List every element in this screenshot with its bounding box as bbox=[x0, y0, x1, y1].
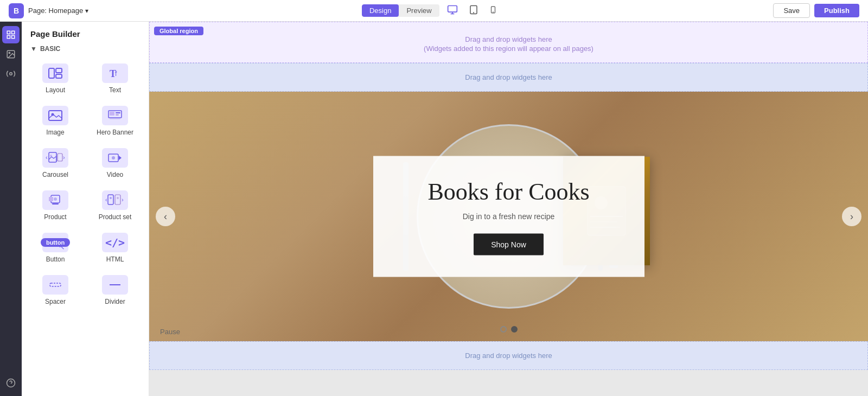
topbar-left: B Page: Homepage ▾ bbox=[9, 3, 88, 18]
html-label: HTML bbox=[106, 256, 124, 263]
svg-rect-0 bbox=[448, 5, 457, 12]
video-label: Video bbox=[107, 171, 123, 178]
layout-label: Layout bbox=[46, 86, 65, 94]
hero-title: Books for Cooks bbox=[417, 178, 601, 206]
html-icon: </> bbox=[102, 233, 128, 252]
svg-rect-41 bbox=[108, 195, 113, 205]
hero-cta-button[interactable]: Shop Now bbox=[474, 234, 544, 256]
mobile-view-button[interactable] bbox=[486, 2, 500, 20]
carousel-indicator-1[interactable] bbox=[500, 326, 507, 333]
bottom-drop-zone[interactable]: Drag and drop widgets here bbox=[149, 341, 868, 370]
hero-overlay: Books for Cooks Dig in to a fresh new re… bbox=[373, 156, 644, 277]
main-layout: Page Builder ▼ BASIC Layout Tf Text bbox=[0, 22, 868, 396]
global-region-badge: Global region bbox=[154, 27, 203, 35]
widget-button[interactable]: button ↖ Button bbox=[26, 226, 85, 267]
sidebar-icon-pages[interactable] bbox=[2, 26, 20, 43]
svg-rect-16 bbox=[49, 68, 54, 78]
carousel-pause-label[interactable]: Pause bbox=[160, 328, 180, 336]
svg-rect-25 bbox=[116, 112, 120, 113]
carousel-icon: ‹› bbox=[42, 148, 68, 168]
svg-rect-21 bbox=[49, 111, 62, 120]
spacer-icon bbox=[42, 275, 68, 295]
sidebar-icon-theme[interactable] bbox=[2, 65, 20, 82]
carousel-label: Carousel bbox=[42, 171, 68, 178]
preview-tab[interactable]: Preview bbox=[399, 4, 439, 17]
svg-point-38 bbox=[54, 197, 57, 201]
global-region: Global region Drag and drop widgets here… bbox=[149, 22, 868, 63]
carousel-indicators bbox=[500, 326, 518, 333]
collapse-icon: ▼ bbox=[30, 45, 37, 53]
layout-icon bbox=[42, 63, 68, 83]
svg-rect-18 bbox=[56, 74, 62, 78]
svg-point-35 bbox=[112, 156, 115, 159]
button-label: Button bbox=[46, 256, 65, 263]
svg-text:f: f bbox=[115, 70, 117, 78]
widget-carousel[interactable]: ‹› Carousel bbox=[26, 142, 85, 183]
svg-marker-34 bbox=[119, 156, 122, 160]
button-preview: button bbox=[41, 238, 70, 247]
basic-section-header[interactable]: ▼ BASIC bbox=[22, 43, 149, 57]
widget-spacer[interactable]: Spacer bbox=[26, 269, 85, 310]
publish-button[interactable]: Publish bbox=[814, 4, 859, 17]
topbar: B Page: Homepage ▾ Design Preview Save P… bbox=[0, 0, 868, 22]
design-tab[interactable]: Design bbox=[362, 4, 399, 17]
page-builder-title: Page Builder bbox=[22, 22, 149, 43]
hero-carousel-section: Books for Cooks Dig in to a fresh new re… bbox=[149, 92, 868, 341]
cursor-icon: ↖ bbox=[59, 242, 65, 251]
topbar-right: Save Publish bbox=[773, 3, 859, 18]
image-icon bbox=[42, 106, 68, 125]
divider-label: Divider bbox=[105, 298, 125, 305]
sidebar-icon-help[interactable] bbox=[2, 374, 20, 392]
canvas: ▲ Global region Drag and drop widgets he… bbox=[149, 22, 868, 396]
page-selector[interactable]: Page: Homepage ▾ bbox=[28, 7, 88, 15]
widget-hero-banner[interactable]: Hero Banner bbox=[86, 99, 144, 140]
svg-point-30 bbox=[50, 155, 52, 157]
widget-product-set[interactable]: ‹› Product set bbox=[86, 184, 144, 225]
html-code-icon: </> bbox=[105, 236, 125, 249]
svg-rect-26 bbox=[116, 114, 119, 116]
carousel-next-button[interactable]: › bbox=[842, 207, 861, 226]
tablet-view-button[interactable] bbox=[465, 2, 482, 20]
divider-icon bbox=[102, 275, 128, 295]
carousel-indicator-2[interactable] bbox=[511, 326, 518, 333]
chevron-down-icon: ▾ bbox=[85, 7, 88, 15]
button-icon: button ↖ bbox=[42, 233, 68, 252]
hero-banner-label: Hero Banner bbox=[97, 129, 133, 136]
widget-image[interactable]: Image bbox=[26, 99, 85, 140]
svg-rect-46 bbox=[50, 283, 61, 286]
video-icon bbox=[102, 148, 128, 168]
global-region-text1: Drag and drop widgets here bbox=[150, 35, 867, 43]
svg-text:›: › bbox=[63, 154, 65, 161]
product-set-icon: ‹› bbox=[102, 190, 128, 210]
carousel-prev-button[interactable]: ‹ bbox=[156, 207, 175, 226]
svg-rect-8 bbox=[12, 31, 15, 34]
svg-text:‹: ‹ bbox=[105, 196, 107, 203]
widget-text[interactable]: Tf Text bbox=[86, 57, 144, 98]
product-set-label: Product set bbox=[99, 213, 132, 221]
widget-layout[interactable]: Layout bbox=[26, 57, 85, 98]
svg-rect-31 bbox=[58, 154, 62, 161]
text-icon: Tf bbox=[102, 63, 128, 83]
global-region-text2: (Widgets added to this region will appea… bbox=[150, 44, 867, 53]
sidebar-icon-media[interactable] bbox=[2, 46, 20, 63]
widget-product[interactable]: Product bbox=[26, 184, 85, 225]
widget-video[interactable]: Video bbox=[86, 142, 144, 183]
svg-point-12 bbox=[9, 52, 10, 53]
global-region-inner: Drag and drop widgets here (Widgets adde… bbox=[150, 22, 867, 62]
top-drop-zone[interactable]: Drag and drop widgets here bbox=[149, 63, 868, 92]
product-label: Product bbox=[44, 213, 66, 221]
svg-rect-24 bbox=[110, 112, 114, 116]
icon-sidebar bbox=[0, 22, 22, 396]
product-icon bbox=[42, 190, 68, 210]
svg-point-6 bbox=[493, 11, 493, 12]
desktop-view-button[interactable] bbox=[444, 2, 461, 20]
svg-rect-17 bbox=[56, 68, 62, 73]
svg-rect-42 bbox=[115, 195, 120, 205]
svg-rect-10 bbox=[12, 36, 15, 39]
widget-divider[interactable]: Divider bbox=[86, 269, 144, 310]
widget-sidebar: Page Builder ▼ BASIC Layout Tf Text bbox=[22, 22, 149, 396]
save-button[interactable]: Save bbox=[773, 3, 810, 18]
widget-html[interactable]: </> HTML bbox=[86, 226, 144, 267]
top-drop-zone-text: Drag and drop widgets here bbox=[465, 73, 552, 81]
svg-rect-9 bbox=[7, 36, 10, 39]
